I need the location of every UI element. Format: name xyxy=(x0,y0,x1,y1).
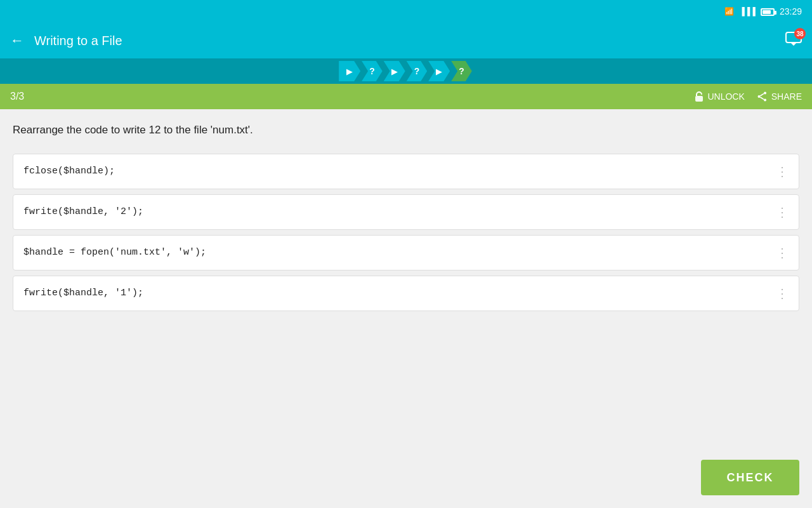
share-button[interactable]: SHARE xyxy=(757,91,802,102)
svg-point-4 xyxy=(764,99,766,102)
drag-handle-4[interactable]: ⋮ xyxy=(776,286,789,301)
code-text-1: fclose($handle); xyxy=(23,166,115,177)
check-button-container: CHECK xyxy=(701,460,799,495)
code-text-2: fwrite($handle, '2'); xyxy=(23,206,143,217)
svg-rect-2 xyxy=(695,96,703,102)
code-text-3: $handle = fopen('num.txt', 'w'); xyxy=(23,247,206,258)
code-block-4[interactable]: fwrite($handle, '1'); ⋮ xyxy=(13,276,799,311)
chat-button[interactable]: 38 xyxy=(785,32,802,50)
code-text-4: fwrite($handle, '1'); xyxy=(23,288,143,298)
status-icons: 📶 ▐▐▐ 23:29 xyxy=(724,6,802,17)
step-3[interactable]: ▶ xyxy=(384,61,405,81)
app-bar-title: Writing to a File xyxy=(34,34,775,48)
step-4[interactable]: ? xyxy=(407,61,428,81)
step-3-icon: ▶ xyxy=(391,67,398,76)
step-4-icon: ? xyxy=(414,66,420,76)
steps-bar: ▶ ? ▶ ? ▶ ? xyxy=(0,58,812,84)
code-block-1[interactable]: fclose($handle); ⋮ xyxy=(13,154,799,189)
step-6[interactable]: ? xyxy=(451,61,472,81)
status-time: 23:29 xyxy=(780,6,802,17)
app-bar: ← Writing to a File 38 xyxy=(0,23,812,58)
svg-line-7 xyxy=(760,97,764,100)
code-block-3[interactable]: $handle = fopen('num.txt', 'w'); ⋮ xyxy=(13,235,799,271)
code-blocks-list: fclose($handle); ⋮ fwrite($handle, '2');… xyxy=(13,154,799,311)
wifi-icon: 📶 xyxy=(724,7,734,16)
drag-handle-1[interactable]: ⋮ xyxy=(776,164,789,179)
instruction-text: Rearrange the code to write 12 to the fi… xyxy=(13,122,799,138)
drag-handle-3[interactable]: ⋮ xyxy=(776,245,789,260)
check-button[interactable]: CHECK xyxy=(701,460,799,495)
status-bar: 📶 ▐▐▐ 23:29 xyxy=(0,0,812,23)
info-bar: 3/3 UNLOCK SHARE xyxy=(0,84,812,109)
unlock-button[interactable]: UNLOCK xyxy=(695,91,744,102)
step-5-icon: ▶ xyxy=(436,67,442,76)
signal-icon: ▐▐▐ xyxy=(739,7,756,16)
progress-text: 3/3 xyxy=(10,91,24,102)
svg-line-6 xyxy=(760,93,764,96)
battery-icon xyxy=(761,7,775,17)
info-actions: UNLOCK SHARE xyxy=(695,91,802,102)
svg-marker-1 xyxy=(790,43,797,46)
step-6-icon: ? xyxy=(459,66,464,76)
svg-point-3 xyxy=(764,92,766,95)
drag-handle-2[interactable]: ⋮ xyxy=(776,204,789,220)
step-1[interactable]: ▶ xyxy=(339,61,360,81)
chat-badge: 38 xyxy=(794,28,806,39)
step-2-icon: ? xyxy=(369,66,375,76)
step-2[interactable]: ? xyxy=(362,61,383,81)
back-button[interactable]: ← xyxy=(10,32,24,49)
svg-point-5 xyxy=(757,95,760,98)
main-content: Rearrange the code to write 12 to the fi… xyxy=(0,109,812,508)
step-1-icon: ▶ xyxy=(346,67,353,76)
step-5[interactable]: ▶ xyxy=(428,61,450,81)
code-block-2[interactable]: fwrite($handle, '2'); ⋮ xyxy=(13,194,799,230)
